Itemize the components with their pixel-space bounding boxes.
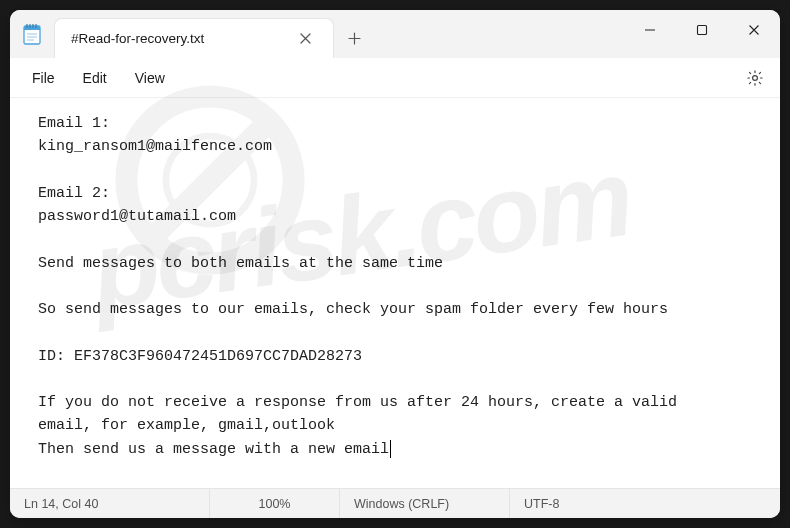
maximize-icon (696, 24, 708, 36)
new-tab-button[interactable] (334, 18, 374, 58)
text-line (38, 159, 762, 182)
text-line (38, 368, 762, 391)
minimize-icon (644, 24, 656, 36)
notepad-icon (23, 23, 41, 45)
notepad-window: #Read-for-recovery.txt File Edit View (10, 10, 780, 518)
plus-icon (348, 32, 361, 45)
text-caret (390, 440, 391, 458)
app-icon-wrap (10, 10, 54, 58)
window-controls (624, 10, 780, 50)
svg-rect-10 (698, 26, 707, 35)
status-cursor[interactable]: Ln 14, Col 40 (10, 489, 210, 518)
status-encoding[interactable]: UTF-8 (510, 489, 780, 518)
menu-edit[interactable]: Edit (69, 64, 121, 92)
file-tab[interactable]: #Read-for-recovery.txt (54, 18, 334, 58)
text-line (38, 228, 762, 251)
titlebar: #Read-for-recovery.txt (10, 10, 780, 58)
text-line: Email 1: (38, 112, 762, 135)
tab-close-button[interactable] (291, 25, 319, 53)
status-eol[interactable]: Windows (CRLF) (340, 489, 510, 518)
menu-view[interactable]: View (121, 64, 179, 92)
text-line: ID: EF378C3F960472451D697CC7DAD28273 (38, 345, 762, 368)
tab-title: #Read-for-recovery.txt (71, 31, 281, 46)
settings-button[interactable] (738, 61, 772, 95)
svg-rect-1 (24, 26, 40, 30)
text-line: Email 2: (38, 182, 762, 205)
maximize-button[interactable] (676, 10, 728, 50)
text-line: Send messages to both emails at the same… (38, 252, 762, 275)
status-zoom[interactable]: 100% (210, 489, 340, 518)
text-line: email, for example, gmail,outlook (38, 414, 762, 437)
text-line: king_ransom1@mailfence.com (38, 135, 762, 158)
close-icon (748, 24, 760, 36)
text-line: So send messages to our emails, check yo… (38, 298, 762, 321)
text-line (38, 321, 762, 344)
text-line: password1@tutamail.com (38, 205, 762, 228)
menubar: File Edit View (10, 58, 780, 98)
text-editor[interactable]: Email 1:king_ransom1@mailfence.com Email… (10, 98, 780, 488)
close-icon (300, 33, 311, 44)
minimize-button[interactable] (624, 10, 676, 50)
text-line (38, 275, 762, 298)
svg-point-11 (753, 75, 758, 80)
statusbar: Ln 14, Col 40 100% Windows (CRLF) UTF-8 (10, 488, 780, 518)
text-line: Then send us a message with a new email (38, 438, 762, 461)
text-line: If you do not receive a response from us… (38, 391, 762, 414)
close-window-button[interactable] (728, 10, 780, 50)
gear-icon (746, 69, 764, 87)
menu-file[interactable]: File (18, 64, 69, 92)
